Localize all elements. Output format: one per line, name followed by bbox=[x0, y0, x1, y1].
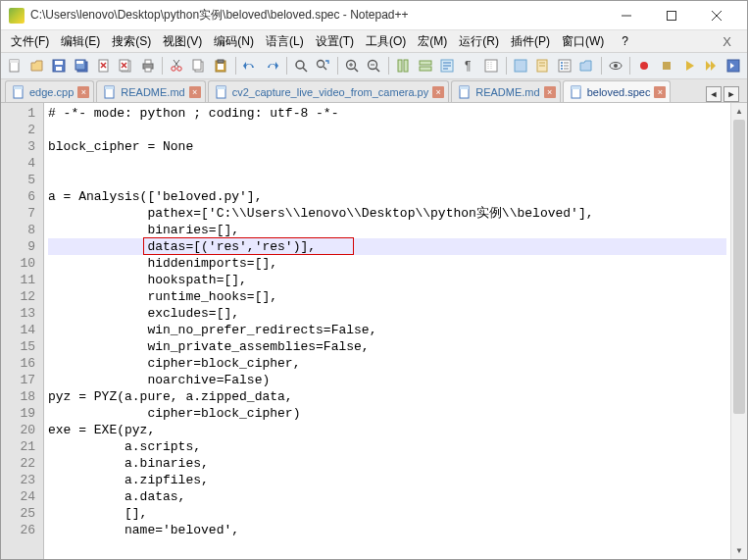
folder-panel-button[interactable] bbox=[576, 55, 597, 76]
code-line[interactable]: a.zipfiles, bbox=[48, 472, 726, 488]
sync-v-button[interactable] bbox=[393, 55, 414, 76]
menu-search[interactable]: 搜索(S) bbox=[106, 31, 157, 52]
code-line[interactable]: a.datas, bbox=[48, 488, 726, 505]
tab-label: README.md bbox=[475, 86, 539, 98]
tab-close-icon[interactable]: × bbox=[189, 86, 201, 98]
monitor-button[interactable] bbox=[606, 55, 626, 76]
find-button[interactable] bbox=[291, 55, 312, 76]
menu-window[interactable]: 窗口(W) bbox=[556, 31, 610, 52]
new-file-button[interactable] bbox=[5, 55, 25, 76]
tab-cv2-capture-live-video-from-camera-py[interactable]: cv2_capture_live_video_from_camera.py× bbox=[208, 80, 450, 102]
menu-file[interactable]: 文件(F) bbox=[5, 31, 55, 52]
code-line[interactable]: block_cipher = None bbox=[48, 138, 726, 155]
zoom-in-button[interactable] bbox=[342, 55, 363, 76]
redo-button[interactable] bbox=[262, 55, 282, 76]
save-macro-button[interactable] bbox=[723, 55, 743, 76]
save-all-button[interactable] bbox=[72, 55, 92, 76]
tab-nav-left[interactable]: ◄ bbox=[706, 86, 722, 102]
code-line[interactable]: exe = EXE(pyz, bbox=[48, 422, 726, 438]
replace-button[interactable] bbox=[313, 55, 333, 76]
menu-edit[interactable]: 编辑(E) bbox=[55, 31, 106, 52]
menu-settings[interactable]: 设置(T) bbox=[310, 31, 360, 52]
close-file-button[interactable] bbox=[93, 55, 114, 76]
func-list-button[interactable] bbox=[555, 55, 575, 76]
vertical-scrollbar[interactable]: ▲ ▼ bbox=[730, 103, 747, 559]
close-button[interactable] bbox=[694, 2, 739, 29]
menu-language[interactable]: 语言(L) bbox=[260, 31, 310, 52]
print-button[interactable] bbox=[137, 55, 158, 76]
window-title: C:\Users\lenovo\Desktop\python实例\beloved… bbox=[30, 7, 604, 24]
play-macro-button[interactable] bbox=[678, 55, 699, 76]
code-line[interactable]: a = Analysis(['beloved.py'], bbox=[48, 188, 726, 205]
tab-close-icon[interactable]: × bbox=[432, 86, 444, 98]
doc-map-button[interactable] bbox=[532, 55, 553, 76]
code-line[interactable]: datas=[('res','res')], bbox=[48, 238, 726, 255]
code-line[interactable]: hookspath=[], bbox=[48, 272, 726, 288]
close-all-button[interactable] bbox=[116, 55, 136, 76]
code-line[interactable]: noarchive=False) bbox=[48, 372, 726, 388]
code-line[interactable]: [], bbox=[48, 505, 726, 522]
scroll-up-button[interactable]: ▲ bbox=[731, 103, 747, 120]
indent-guide-button[interactable] bbox=[481, 55, 502, 76]
code-line[interactable]: excludes=[], bbox=[48, 305, 726, 322]
code-line[interactable] bbox=[48, 155, 726, 172]
code-line[interactable]: a.scripts, bbox=[48, 438, 726, 455]
record-macro-button[interactable] bbox=[634, 55, 655, 76]
scroll-track[interactable] bbox=[731, 120, 747, 542]
save-button[interactable] bbox=[49, 55, 70, 76]
code-line[interactable]: name='beloved', bbox=[48, 522, 726, 538]
code-line[interactable]: binaries=[], bbox=[48, 222, 726, 238]
code-line[interactable]: # -*- mode: python ; coding: utf-8 -*- bbox=[48, 105, 726, 122]
line-number: 8 bbox=[3, 222, 35, 238]
menu-macro[interactable]: 宏(M) bbox=[412, 31, 453, 52]
tab-close-icon[interactable]: × bbox=[654, 86, 666, 98]
menu-help[interactable]: ? bbox=[616, 32, 634, 50]
tab-close-icon[interactable]: × bbox=[544, 86, 556, 98]
code-line[interactable] bbox=[48, 122, 726, 138]
minimize-button[interactable] bbox=[604, 2, 649, 29]
code-line[interactable]: win_private_assemblies=False, bbox=[48, 338, 726, 355]
line-number: 20 bbox=[3, 422, 35, 438]
code-line[interactable] bbox=[48, 172, 726, 188]
scroll-down-button[interactable]: ▼ bbox=[731, 542, 747, 559]
menu-tools[interactable]: 工具(O) bbox=[360, 31, 412, 52]
code-view[interactable]: # -*- mode: python ; coding: utf-8 -*-bl… bbox=[44, 103, 730, 559]
code-line[interactable]: win_no_prefer_redirects=False, bbox=[48, 322, 726, 338]
menu-close-doc[interactable]: X bbox=[711, 34, 743, 49]
open-file-button[interactable] bbox=[27, 55, 48, 76]
paste-button[interactable] bbox=[211, 55, 231, 76]
undo-button[interactable] bbox=[240, 55, 261, 76]
menu-run[interactable]: 运行(R) bbox=[453, 31, 505, 52]
code-line[interactable]: runtime_hooks=[], bbox=[48, 288, 726, 305]
stop-macro-button[interactable] bbox=[657, 55, 677, 76]
menu-plugins[interactable]: 插件(P) bbox=[505, 31, 556, 52]
show-chars-button[interactable]: ¶ bbox=[459, 55, 479, 76]
copy-button[interactable] bbox=[188, 55, 209, 76]
zoom-out-button[interactable] bbox=[364, 55, 384, 76]
svg-rect-77 bbox=[460, 86, 469, 89]
tab-close-icon[interactable]: × bbox=[77, 86, 89, 98]
sync-h-button[interactable] bbox=[415, 55, 435, 76]
svg-rect-8 bbox=[56, 67, 62, 71]
maximize-button[interactable] bbox=[649, 2, 694, 29]
code-line[interactable]: cipher=block_cipher, bbox=[48, 355, 726, 372]
wrap-button[interactable] bbox=[437, 55, 458, 76]
menu-encoding[interactable]: 编码(N) bbox=[208, 31, 260, 52]
svg-point-23 bbox=[177, 67, 181, 71]
cut-button[interactable] bbox=[167, 55, 187, 76]
tab-beloved-spec[interactable]: beloved.spec× bbox=[563, 80, 672, 102]
code-line[interactable]: a.binaries, bbox=[48, 455, 726, 472]
code-line[interactable]: hiddenimports=[], bbox=[48, 255, 726, 272]
lang-panel-button[interactable] bbox=[510, 55, 530, 76]
code-line[interactable]: pyz = PYZ(a.pure, a.zipped_data, bbox=[48, 388, 726, 405]
scroll-thumb[interactable] bbox=[733, 120, 745, 414]
code-line[interactable]: cipher=block_cipher) bbox=[48, 405, 726, 422]
play-multi-button[interactable] bbox=[701, 55, 722, 76]
code-line[interactable]: pathex=['C:\\Users\\lenovo\\Desktop\\pyt… bbox=[48, 205, 726, 222]
tab-readme-md[interactable]: README.md× bbox=[96, 80, 205, 102]
tab-readme-md[interactable]: README.md× bbox=[451, 80, 560, 102]
tab-edge-cpp[interactable]: edge.cpp× bbox=[5, 80, 94, 102]
tab-nav-right[interactable]: ► bbox=[723, 86, 739, 102]
line-number: 1 bbox=[3, 105, 35, 122]
menu-view[interactable]: 视图(V) bbox=[157, 31, 208, 52]
